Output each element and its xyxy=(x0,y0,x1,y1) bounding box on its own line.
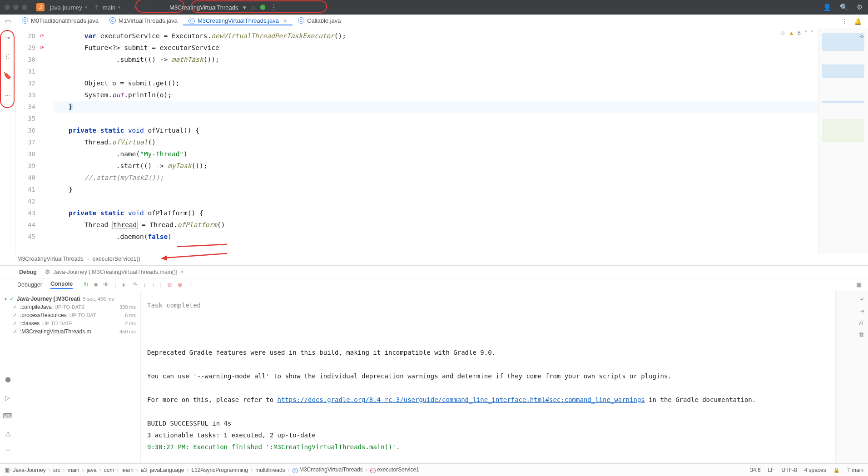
nav-crumbs[interactable]: ▫ Java-Journey›src›main›java›com›learn›a… xyxy=(10,466,750,473)
chevron-right-icon: › xyxy=(87,256,89,262)
vcs-icon[interactable]: ᛘ xyxy=(6,448,10,456)
editor[interactable]: 282930313233343536373839404142434445 ⟳⟳ … xyxy=(15,28,868,253)
run-icon[interactable]: ▷ xyxy=(251,4,255,11)
soft-wrap-icon[interactable]: ⤶ xyxy=(859,296,864,302)
file-tab[interactable]: CM0Traditionalthreads.java xyxy=(16,17,104,24)
crumb[interactable]: multithreads xyxy=(255,467,285,473)
task-time: 450 ms xyxy=(119,329,136,334)
file-tab[interactable]: CM1VirtualThreads.java xyxy=(104,17,183,24)
gutter-line-numbers: 282930313233343536373839404142434445 xyxy=(15,28,40,253)
debug-tab[interactable]: Debug xyxy=(17,266,39,278)
inspections-widget[interactable]: ⊘ ▲ 6 ˄ ˅ xyxy=(780,30,813,36)
console-link[interactable]: https://docs.gradle.org/8.4-rc-3/usergui… xyxy=(278,396,645,403)
structure-icon[interactable]: ⁝⁚ xyxy=(5,53,10,61)
crumb[interactable]: com xyxy=(104,467,114,473)
notifications-icon[interactable]: 🔔 xyxy=(854,18,862,25)
more-icon[interactable]: ⋯ xyxy=(4,91,11,99)
editor-breadcrumbs[interactable]: M3CreatingVirtualThreads › executorServi… xyxy=(17,253,868,264)
run-config-group: M3CreatingVirtualThreads ▾ ▷ ⬢ ⋮ xyxy=(169,3,278,12)
task-row[interactable]: ▾ ✓ Java-Journey [:M3Creati 5 sec, 456 m… xyxy=(5,295,136,303)
view-breakpoints-icon[interactable]: 👁 xyxy=(103,281,109,288)
toolwindows-icon[interactable]: ▣ xyxy=(5,467,10,473)
next-highlight-icon[interactable]: ˅ xyxy=(811,30,813,36)
mute-breakpoints-icon[interactable]: ⊘ xyxy=(167,281,172,288)
commit-icon[interactable]: ⊸ xyxy=(5,34,10,42)
task-status: UP-TO-DATE xyxy=(42,321,72,326)
build-task-tree[interactable]: ▾ ✓ Java-Journey [:M3Creati 5 sec, 456 m… xyxy=(0,291,141,463)
nav-forward-icon[interactable]: → xyxy=(145,4,152,11)
debugger-subtab[interactable]: Debugger xyxy=(17,282,42,288)
crumb[interactable]: L12AsyncProgramming xyxy=(191,467,248,473)
account-icon[interactable]: 👤 xyxy=(823,3,832,11)
crumb[interactable]: a3_javaLanguage xyxy=(141,467,184,473)
evaluate-icon[interactable]: ⊗ xyxy=(178,281,183,288)
crumb-method[interactable]: executorService1() xyxy=(93,256,140,262)
crumb[interactable]: m executorService1 xyxy=(370,466,419,473)
problems-icon[interactable]: ⚠ xyxy=(5,430,11,438)
resume-icon[interactable]: ⏵ xyxy=(121,281,127,288)
crumb[interactable]: main xyxy=(68,467,79,473)
crumb[interactable]: learn xyxy=(121,467,134,473)
print-icon[interactable]: 🖨 xyxy=(858,319,864,326)
file-tab[interactable]: CCallable.java xyxy=(293,17,346,24)
more-icon[interactable]: ⋮ xyxy=(270,3,278,12)
warning-count: 6 xyxy=(798,30,801,36)
task-row[interactable]: ✓ :compileJava UP-TO-DATE 339 ms xyxy=(5,303,136,311)
scroll-end-icon[interactable]: ⇥ xyxy=(859,307,864,314)
chevron-down-icon: ▾ xyxy=(118,5,120,10)
caret-position[interactable]: 34:6 xyxy=(750,467,760,473)
run-config-name[interactable]: M3CreatingVirtualThreads xyxy=(169,4,238,11)
run-config-tab[interactable]: Java-Journey [:M3CreatingVirtualThreads.… xyxy=(45,268,184,275)
task-name: :M3CreatingVirtualThreads.m xyxy=(20,328,91,335)
step-out-icon[interactable]: ↑ xyxy=(152,281,155,288)
tab-label: Callable.java xyxy=(307,17,341,24)
file-tab[interactable]: CM3CreatingVirtualThreads.java× xyxy=(183,17,293,25)
layout-icon[interactable]: ▦ xyxy=(856,281,862,288)
line-sep[interactable]: LF xyxy=(768,467,774,473)
gear-icon xyxy=(45,268,50,275)
task-name: :compileJava xyxy=(20,304,52,310)
tab-label: M0Traditionalthreads.java xyxy=(31,17,99,24)
close-icon[interactable]: × xyxy=(180,268,184,275)
stop-icon[interactable]: ■ xyxy=(94,281,98,288)
gear-icon[interactable]: ⚙ xyxy=(857,3,863,11)
debug-toolwindow-icon[interactable]: ⬢ xyxy=(5,376,11,384)
close-icon[interactable]: × xyxy=(283,17,287,25)
more-icon[interactable]: ⋮ xyxy=(188,281,194,288)
project-selector[interactable]: J java-journey ▾ xyxy=(33,3,91,11)
console-subtab[interactable]: Console xyxy=(50,281,73,289)
task-row[interactable]: ✓ :processResources UP-TO-DAT 6 ms xyxy=(5,311,136,319)
crumb[interactable]: ▫ Java-Journey xyxy=(10,467,46,473)
run-toolwindow-icon[interactable]: ▷ xyxy=(5,394,10,402)
terminal-icon[interactable]: ⌨ xyxy=(3,412,13,420)
step-into-icon[interactable]: ↓ xyxy=(143,281,146,288)
tabs-more-icon[interactable]: ⋮ xyxy=(841,18,848,25)
console-line: For more on this, please refer to xyxy=(147,396,278,403)
project-drawer-icon[interactable]: ▭ xyxy=(5,17,11,25)
task-row[interactable]: ✓ :classes UP-TO-DATE 2 ms xyxy=(5,319,136,327)
prev-highlight-icon[interactable]: ˄ xyxy=(804,30,807,36)
crumb[interactable]: C M3CreatingVirtualThreads xyxy=(293,466,363,473)
git-branch[interactable]: main xyxy=(847,467,863,473)
step-over-icon[interactable]: ↷ xyxy=(133,281,138,288)
crumb[interactable]: src xyxy=(53,467,60,473)
search-icon[interactable]: 🔍 xyxy=(840,3,848,11)
indent[interactable]: 4 spaces xyxy=(804,467,826,473)
clear-icon[interactable]: 🗑 xyxy=(858,331,864,338)
bookmarks-icon[interactable]: 🔖 xyxy=(3,72,12,80)
encoding[interactable]: UTF-8 xyxy=(782,467,797,473)
ai-assistant-icon[interactable]: ✧ xyxy=(859,33,865,41)
window-controls[interactable] xyxy=(5,5,27,10)
crumb[interactable]: java xyxy=(87,467,97,473)
branch-selector[interactable]: main ▾ xyxy=(91,4,124,11)
task-name: :processResources xyxy=(20,312,67,318)
crumb-class[interactable]: M3CreatingVirtualThreads xyxy=(17,256,84,262)
rerun-icon[interactable]: ↻ xyxy=(84,281,89,288)
task-row[interactable]: ✓ :M3CreatingVirtualThreads.m 450 ms xyxy=(5,327,136,336)
console-output[interactable]: Task completed Deprecated Gradle feature… xyxy=(141,291,835,463)
readonly-icon[interactable] xyxy=(833,467,840,473)
debug-icon[interactable]: ⬢ xyxy=(260,3,266,11)
code-area[interactable]: var executorService = Executors.newVirtu… xyxy=(53,28,818,253)
chevron-down-icon[interactable]: ▾ xyxy=(243,4,246,11)
nav-back-icon[interactable]: ← xyxy=(132,4,139,11)
